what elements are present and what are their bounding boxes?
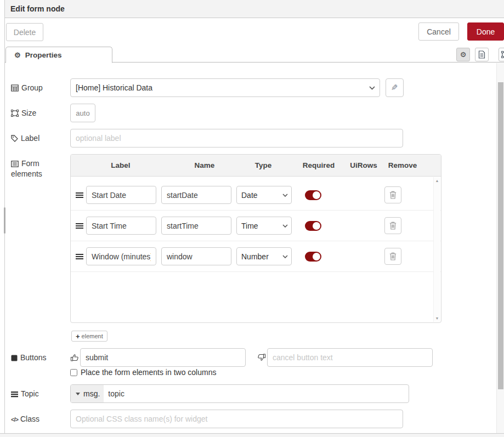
thumbs-down-icon <box>257 353 266 362</box>
properties-gear-icon: ⚙ <box>14 52 21 59</box>
table-scrollbar[interactable]: ▲ ▼ <box>433 177 440 322</box>
required-toggle[interactable] <box>305 252 321 262</box>
scrollbar-thumb[interactable] <box>498 82 503 389</box>
label-input[interactable] <box>70 129 403 147</box>
document-icon <box>478 50 485 59</box>
element-name-input[interactable] <box>161 247 231 265</box>
properties-view-button[interactable]: ⚙ <box>456 48 470 61</box>
form-elements-row: Form elements Label Name Type Required U… <box>11 154 496 342</box>
description-view-button[interactable] <box>475 48 489 61</box>
dialog-toolbar: Delete Cancel Done <box>5 18 504 46</box>
edit-form-node-dialog: Edit form node Delete Cancel Done ⚙ Prop… <box>5 0 504 437</box>
element-row: Time <box>71 211 441 241</box>
drag-handle-icon[interactable] <box>76 192 86 198</box>
form-elements-label: Form elements <box>11 154 70 179</box>
col-header-name: Name <box>171 161 239 169</box>
dialog-title: Edit form node <box>5 0 504 18</box>
trash-icon <box>389 191 397 199</box>
size-label: Size <box>11 104 70 118</box>
pencil-icon: ✎ <box>391 83 398 93</box>
group-select-value: [Home] Historical Data <box>76 83 152 92</box>
element-row: Number <box>71 241 441 272</box>
tag-icon <box>11 135 18 142</box>
remove-element-button[interactable] <box>384 217 401 234</box>
label-label: Label <box>11 129 70 144</box>
tray-resize-grip[interactable] <box>4 207 5 234</box>
caret-down-icon <box>76 393 80 395</box>
code-icon: </> <box>11 416 18 423</box>
remove-element-button[interactable] <box>384 186 401 203</box>
buttons-label: Buttons <box>11 348 70 363</box>
col-header-label: Label <box>71 161 171 169</box>
element-type-select[interactable]: Number <box>236 247 292 265</box>
square-icon <box>11 355 18 361</box>
scroll-down-icon[interactable]: ▼ <box>435 316 439 320</box>
element-type-select[interactable]: Date <box>236 186 292 204</box>
form-elements-table-body: Date <box>71 177 441 322</box>
element-label-input[interactable] <box>86 247 156 265</box>
object-group-icon <box>501 51 504 58</box>
topic-type-button[interactable]: msg. <box>71 385 104 402</box>
col-header-type: Type <box>239 161 288 169</box>
edit-group-button[interactable]: ✎ <box>386 78 404 97</box>
size-button[interactable]: auto <box>70 104 95 122</box>
table-icon <box>11 84 19 92</box>
trash-icon <box>389 222 397 230</box>
form-elements-table: Label Name Type Required UiRows Remove <box>70 154 441 323</box>
delete-button[interactable]: Delete <box>6 23 43 41</box>
two-columns-checkbox[interactable] <box>70 369 77 376</box>
element-type-select[interactable]: Time <box>236 217 292 235</box>
element-label-input[interactable] <box>86 186 156 204</box>
tab-properties[interactable]: ⚙ Properties <box>5 47 112 63</box>
topic-row: Topic msg. topic <box>11 384 496 403</box>
submit-button-text-input[interactable] <box>80 348 246 367</box>
plus-icon: + <box>76 333 80 340</box>
required-toggle[interactable] <box>305 221 321 231</box>
tab-properties-label: Properties <box>25 51 62 59</box>
col-header-uirows: UiRows <box>349 161 378 169</box>
chevron-down-icon <box>369 86 375 90</box>
class-label: </>Class <box>11 410 70 424</box>
topic-typed-input: msg. topic <box>70 384 409 403</box>
bottom-edge <box>0 433 504 437</box>
two-columns-checkbox-label[interactable]: Place the form elements in two columns <box>81 368 216 377</box>
properties-panel: Group [Home] Historical Data ✎ Size auto <box>5 63 496 433</box>
cancel-button[interactable]: Cancel <box>418 22 459 41</box>
main-scrollbar[interactable] <box>496 63 504 433</box>
size-row: Size auto <box>11 104 496 122</box>
element-row: Date <box>71 180 441 211</box>
group-row: Group [Home] Historical Data ✎ <box>11 78 496 97</box>
done-button[interactable]: Done <box>467 22 504 41</box>
drag-handle-icon[interactable] <box>76 253 86 260</box>
label-row: Label <box>11 129 496 147</box>
required-toggle[interactable] <box>305 190 321 200</box>
topic-type-label: msg. <box>83 389 100 398</box>
buttons-row: Buttons <box>11 348 496 367</box>
appearance-view-button[interactable] <box>499 48 504 61</box>
trash-icon <box>389 252 397 260</box>
class-row: </>Class <box>11 410 496 428</box>
gear-icon: ⚙ <box>460 51 467 58</box>
topic-value-input[interactable]: topic <box>104 385 409 402</box>
chevron-down-icon <box>282 194 288 197</box>
group-label: Group <box>11 78 70 93</box>
size-icon <box>11 110 19 117</box>
col-header-remove: Remove <box>378 161 427 169</box>
element-name-input[interactable] <box>161 186 231 204</box>
drag-handle-icon[interactable] <box>76 223 86 229</box>
tab-bar: ⚙ Properties ⚙ <box>5 46 504 63</box>
form-elements-table-header: Label Name Type Required UiRows Remove <box>71 155 441 177</box>
remove-element-button[interactable] <box>384 248 401 265</box>
element-label-input[interactable] <box>86 217 156 235</box>
class-input[interactable] <box>70 410 403 428</box>
topic-label: Topic <box>11 384 70 399</box>
two-columns-row: Place the form elements in two columns <box>70 368 496 377</box>
group-select[interactable]: [Home] Historical Data <box>70 78 380 97</box>
scroll-up-icon[interactable]: ▲ <box>435 179 439 183</box>
col-header-required: Required <box>288 161 349 169</box>
chevron-down-icon <box>282 255 288 258</box>
add-element-button[interactable]: + element <box>71 331 107 342</box>
element-name-input[interactable] <box>161 217 231 235</box>
cancel-button-text-input[interactable] <box>267 348 433 367</box>
chevron-down-icon <box>282 224 288 228</box>
